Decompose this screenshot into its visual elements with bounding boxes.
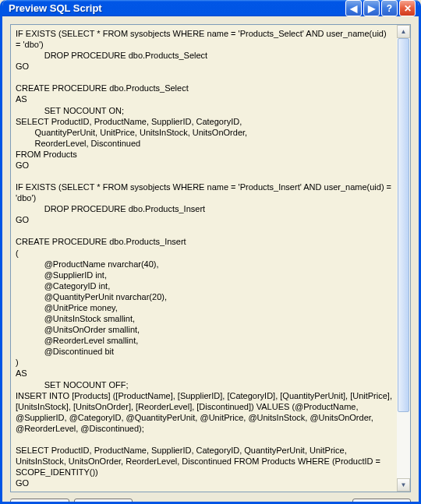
scroll-up-icon[interactable]: ▲ [397, 25, 410, 38]
window-title: Preview SQL Script [9, 2, 345, 14]
prev-icon[interactable]: ◀ [345, 0, 362, 16]
dialog-content: IF EXISTS (SELECT * FROM sysobjects WHER… [2, 16, 419, 504]
sql-script-text[interactable]: IF EXISTS (SELECT * FROM sysobjects WHER… [11, 25, 397, 492]
vertical-scrollbar[interactable]: ▲ ▼ [397, 25, 410, 492]
button-row: Save As... Copy All Close [10, 492, 411, 504]
help-icon[interactable]: ? [381, 0, 398, 16]
dialog-window: Preview SQL Script ◀ ▶ ? ✕ IF EXISTS (SE… [0, 0, 421, 504]
titlebar: Preview SQL Script ◀ ▶ ? ✕ [2, 0, 419, 16]
copy-all-button[interactable]: Copy All [74, 499, 133, 504]
scroll-track[interactable] [397, 38, 410, 478]
close-icon[interactable]: ✕ [399, 0, 416, 16]
titlebar-buttons: ◀ ▶ ? ✕ [345, 0, 416, 16]
save-as-button[interactable]: Save As... [10, 499, 69, 504]
next-icon[interactable]: ▶ [363, 0, 380, 16]
sql-preview-container: IF EXISTS (SELECT * FROM sysobjects WHER… [10, 24, 411, 492]
close-button[interactable]: Close [352, 499, 411, 504]
scroll-thumb[interactable] [398, 38, 409, 412]
scroll-down-icon[interactable]: ▼ [397, 478, 410, 492]
